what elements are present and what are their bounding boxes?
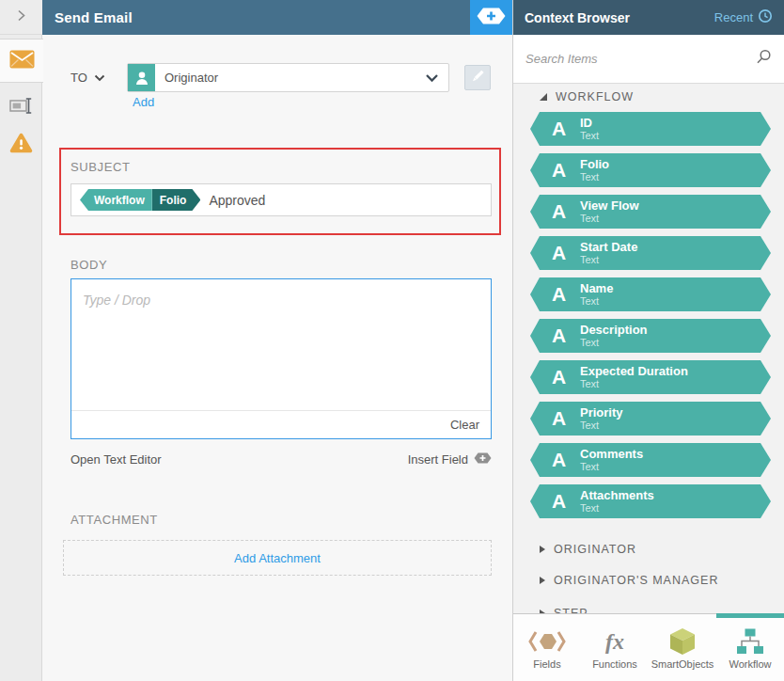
tab-functions-label: Functions [592,658,637,670]
triangle-collapsed-icon [540,577,545,584]
expand-panel-button[interactable] [0,0,42,35]
editor-header: Send Email [42,0,470,35]
recent-link[interactable]: Recent [714,8,773,26]
add-field-hex-button[interactable] [470,0,512,35]
subject-text: Approved [209,193,265,208]
insert-field-link[interactable]: Insert Field [408,452,492,467]
text-type-icon: A [552,449,580,471]
section-workflow-label: WORKFLOW [556,90,634,103]
open-text-editor-link[interactable]: Open Text Editor [71,452,162,467]
context-item-type: Text [580,295,613,307]
workflow-items: AIDTextAFolioTextAView FlowTextAStart Da… [530,112,771,526]
context-tree: WORKFLOW AIDTextAFolioTextAView FlowText… [513,84,784,613]
fields-brackets-icon [526,626,568,657]
tab-fields-label: Fields [533,658,560,670]
context-item-type: Text [580,502,654,514]
context-item-type: Text [580,337,648,348]
context-item-title: Start Date [580,241,637,254]
tab-smartobjects[interactable]: SmartObjects [649,614,716,681]
token-folio[interactable]: Folio [152,189,201,211]
context-item-title: Name [580,282,613,295]
subject-label: SUBJECT [71,160,130,174]
section-step-label: STEP [554,607,588,613]
context-item-type: Text [580,461,643,472]
section-step[interactable]: STEP [540,607,588,613]
clock-icon [758,8,773,26]
cube-icon [666,626,698,657]
text-type-icon: A [552,159,580,182]
context-item-title: Attachments [580,489,654,502]
body-label: BODY [71,258,107,272]
context-browser-tabbar: Fields fx Functions SmartObjects [513,613,784,681]
context-item-priority[interactable]: APriorityText [530,402,771,436]
context-item-start-date[interactable]: AStart DateText [530,236,771,270]
search-input[interactable] [525,52,756,66]
body-editor[interactable]: Type / Drop Clear [71,278,492,439]
context-item-type: Text [580,171,609,182]
context-item-title: View Flow [580,199,639,213]
recipient-value: Originator [155,71,425,85]
warning-triangle-icon [9,133,33,157]
to-label: TO [71,71,87,85]
text-fields-tab[interactable] [0,88,42,126]
token-workflow[interactable]: Workflow [80,189,152,211]
text-field-cursor-icon [9,97,33,119]
text-type-icon: A [552,118,580,140]
context-item-type: Text [580,130,599,141]
triangle-collapsed-icon [540,546,545,553]
edit-recipient-button[interactable] [464,65,491,90]
fx-icon: fx [605,626,624,657]
chevron-down-icon [94,71,105,85]
context-item-description[interactable]: ADescriptionText [530,319,771,353]
context-item-type: Text [580,254,637,265]
context-item-attachments[interactable]: AAttachmentsText [530,484,771,518]
context-item-comments[interactable]: ACommentsText [530,443,771,477]
to-field-selector[interactable]: TO [71,71,105,85]
text-type-icon: A [552,490,580,513]
section-originators-manager[interactable]: ORIGINATOR'S MANAGER [540,574,718,587]
context-item-type: Text [580,420,623,431]
recipient-dropdown[interactable]: Originator [127,63,449,92]
context-browser-title: Context Browser [525,10,630,25]
add-attachment-dropzone[interactable]: Add Attachment [63,540,492,576]
attachment-label: ATTACHMENT [71,513,158,527]
context-item-type: Text [580,213,639,224]
context-item-folio[interactable]: AFolioText [530,153,771,187]
email-editor-panel: TO Originator Add [42,35,512,681]
tab-workflow[interactable]: Workflow [716,614,784,681]
subject-input[interactable]: Workflow Folio Approved [71,183,492,216]
context-item-title: Comments [580,448,643,461]
context-item-title: ID [580,117,599,130]
chevron-right-icon [14,8,28,26]
context-item-title: Folio [580,158,609,171]
context-item-name[interactable]: ANameText [530,277,771,311]
search-row [513,35,784,84]
section-workflow[interactable]: WORKFLOW [540,90,634,103]
tab-functions[interactable]: fx Functions [581,614,649,681]
context-browser-panel: Context Browser Recent [512,0,784,681]
hexagon-plus-icon [477,8,506,28]
add-recipient-link[interactable]: Add [133,95,154,109]
section-originator-label: ORIGINATOR [554,543,636,556]
body-placeholder: Type / Drop [71,279,491,410]
add-attachment-link[interactable]: Add Attachment [234,551,321,565]
context-item-view-flow[interactable]: AView FlowText [530,195,771,229]
clear-body-link[interactable]: Clear [450,418,479,432]
text-type-icon: A [552,200,580,223]
email-settings-tab[interactable] [0,39,43,83]
context-item-type: Text [580,378,688,389]
text-type-icon: A [552,325,580,347]
body-links-row: Open Text Editor Insert Field [71,452,492,467]
tab-smartobjects-label: SmartObjects [651,658,714,670]
context-item-id[interactable]: AIDText [530,112,771,146]
triangle-expanded-icon [540,93,547,101]
tab-workflow-label: Workflow [729,658,771,670]
warnings-tab[interactable] [0,126,42,164]
text-type-icon: A [552,283,580,306]
tab-fields[interactable]: Fields [513,614,581,681]
search-icon [756,49,772,69]
section-originator[interactable]: ORIGINATOR [540,543,636,556]
context-item-expected-duration[interactable]: AExpected DurationText [530,360,771,394]
chevron-down-icon [425,73,448,83]
hexagon-plus-icon [474,452,492,467]
